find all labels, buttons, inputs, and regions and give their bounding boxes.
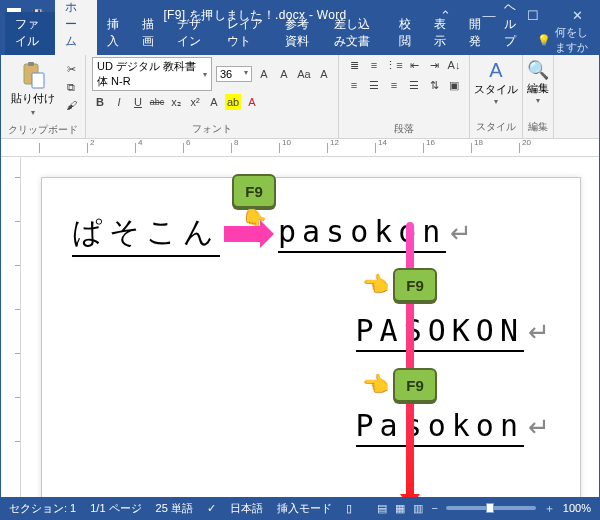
status-language[interactable]: 日本語 [230,501,263,516]
tab-home[interactable]: ホーム [55,0,97,55]
text-uppercase[interactable]: PASOKON [356,313,524,352]
svg-rect-2 [32,73,44,88]
group-editing-label: 編集 [528,118,548,134]
format-painter-icon[interactable]: 🖌 [63,97,79,113]
bullets-icon[interactable]: ≣ [345,57,363,73]
tab-developer[interactable]: 開発 [459,12,494,55]
editing-button[interactable]: 🔍 編集 ▾ [527,59,549,105]
align-right-icon[interactable]: ≡ [385,77,403,93]
status-macro-icon[interactable]: ▯ [346,502,352,515]
tab-insert[interactable]: 挿入 [97,12,132,55]
paragraph-mark-icon: ↵ [528,317,550,348]
f9-key-badge: F9 [393,368,437,402]
multilevel-icon[interactable]: ⋮≡ [385,57,403,73]
subscript-button[interactable]: x₂ [168,94,184,110]
line-spacing-icon[interactable]: ⇅ [425,77,443,93]
tab-design[interactable]: デザイン [167,12,217,55]
status-words[interactable]: 25 単語 [156,501,193,516]
group-paragraph-label: 段落 [345,120,463,136]
ribbon: 貼り付け ▾ ✂ ⧉ 🖌 クリップボード UD デジタル 教科書体 N-R ▾ … [1,55,599,139]
copy-icon[interactable]: ⧉ [63,79,79,95]
tab-help[interactable]: ヘルプ [494,0,536,55]
shrink-font-icon[interactable]: A [276,66,292,82]
editing-caret-icon: ▾ [536,96,540,105]
grow-font-icon[interactable]: A [256,66,272,82]
justify-icon[interactable]: ☰ [405,77,423,93]
font-name-select[interactable]: UD デジタル 教科書体 N-R ▾ [92,57,212,91]
styles-label: スタイル [474,82,518,97]
text-titlecase[interactable]: Pasokon [356,408,524,447]
group-styles-label: スタイル [476,118,516,134]
styles-icon: A [489,59,502,82]
tab-references[interactable]: 参考資料 [275,12,325,55]
view-read-icon[interactable]: ▤ [377,502,387,515]
horizontal-ruler[interactable]: 2 4 6 8 10 12 14 16 18 20 [1,139,599,157]
zoom-out-button[interactable]: − [431,502,437,514]
group-font: UD デジタル 教科書体 N-R ▾ 36 ▾ A A Aa A B I U a… [86,55,339,138]
document-area: F9 👇 ぱそこん pasokon ↵ 👈 F9 PASOKON [1,157,599,497]
tab-view[interactable]: 表示 [424,12,459,55]
indent-icon[interactable]: ⇥ [425,57,443,73]
zoom-thumb[interactable] [486,503,494,513]
paragraph-mark-icon: ↵ [528,412,550,443]
zoom-percent[interactable]: 100% [563,502,591,514]
highlight-icon[interactable]: ab [225,94,241,110]
status-section[interactable]: セクション: 1 [9,501,76,516]
cut-icon[interactable]: ✂ [63,61,79,77]
font-name-caret-icon: ▾ [203,70,207,79]
group-editing: 🔍 編集 ▾ 編集 [523,55,554,138]
status-bar: セクション: 1 1/1 ページ 25 単語 ✓ 日本語 挿入モード ▯ ▤ ▦… [1,497,599,519]
tab-file[interactable]: ファイル [5,12,55,55]
status-proof-icon[interactable]: ✓ [207,502,216,515]
strike-button[interactable]: abc [149,94,165,110]
clear-format-icon[interactable]: A [316,66,332,82]
tab-mailings[interactable]: 差し込み文書 [324,12,389,55]
tab-draw[interactable]: 描画 [132,12,167,55]
italic-button[interactable]: I [111,94,127,110]
change-case-icon[interactable]: Aa [296,66,312,82]
tab-layout[interactable]: レイアウト [217,12,274,55]
status-insert-mode[interactable]: 挿入モード [277,501,332,516]
text-lowercase[interactable]: pasokon [278,214,446,253]
paragraph-mark-icon: ↵ [450,218,472,249]
view-web-icon[interactable]: ▥ [413,502,423,515]
hand-left-icon: 👈 [362,372,389,398]
text-jp[interactable]: ぱそこん [72,212,220,257]
right-arrow-icon [224,226,260,242]
svg-rect-1 [28,62,34,66]
tell-me[interactable]: 💡 何をしますか [537,25,599,55]
zoom-slider[interactable] [446,506,536,510]
vertical-ruler[interactable] [1,157,21,497]
paste-button[interactable]: 貼り付け ▾ [7,57,59,121]
vertical-arrow-annotation [406,222,414,497]
superscript-button[interactable]: x² [187,94,203,110]
align-center-icon[interactable]: ☰ [365,77,383,93]
font-size-caret-icon: ▾ [244,68,248,80]
align-left-icon[interactable]: ≡ [345,77,363,93]
font-color-icon[interactable]: A [244,94,260,110]
view-print-icon[interactable]: ▦ [395,502,405,515]
status-page[interactable]: 1/1 ページ [90,501,141,516]
sort-icon[interactable]: A↓ [445,57,463,73]
tab-review[interactable]: 校閲 [389,12,424,55]
shading-icon[interactable]: ▣ [445,77,463,93]
text-effects-icon[interactable]: A [206,94,222,110]
bold-button[interactable]: B [92,94,108,110]
f9-key-badge: F9 [393,268,437,302]
font-size-select[interactable]: 36 ▾ [216,66,252,82]
clipboard-icon [20,61,46,89]
font-name-value: UD デジタル 教科書体 N-R [97,59,203,89]
font-size-value: 36 [220,68,232,80]
underline-button[interactable]: U [130,94,146,110]
ribbon-tabs: ファイル ホーム 挿入 描画 デザイン レイアウト 参考資料 差し込み文書 校閲… [1,29,599,55]
f9-key-badge: F9 [232,174,276,208]
paste-label: 貼り付け [11,91,55,106]
group-paragraph: ≣ ≡ ⋮≡ ⇤ ⇥ A↓ ≡ ☰ ≡ ☰ ⇅ ▣ 段落 [339,55,470,138]
page[interactable]: F9 👇 ぱそこん pasokon ↵ 👈 F9 PASOKON [41,177,581,497]
zoom-in-button[interactable]: ＋ [544,501,555,516]
editing-label: 編集 [527,81,549,96]
outdent-icon[interactable]: ⇤ [405,57,423,73]
numbering-icon[interactable]: ≡ [365,57,383,73]
tell-me-icon: 💡 [537,34,551,47]
styles-button[interactable]: A スタイル ▾ [474,59,518,106]
